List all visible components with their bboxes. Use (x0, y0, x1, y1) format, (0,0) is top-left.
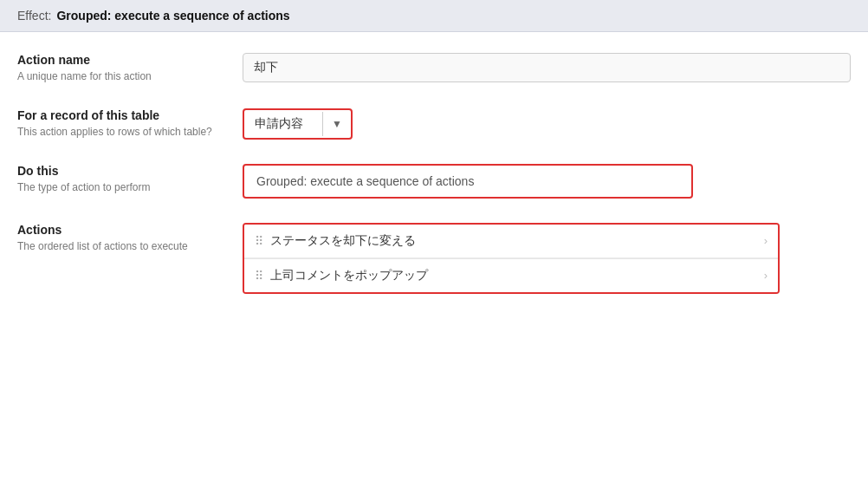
effect-label: Effect: (17, 9, 51, 23)
list-item: ⠿ ステータスを却下に変える › (244, 225, 778, 258)
do-this-label-col: Do this The type of action to perform (17, 164, 243, 195)
actions-control: ⠿ ステータスを却下に変える › ⠿ 上司コメントをポップアップ › (243, 223, 851, 294)
actions-label: Actions (17, 223, 225, 237)
actions-label-col: Actions The ordered list of actions to e… (17, 223, 243, 254)
action-name-control (243, 53, 851, 82)
do-this-value[interactable]: Grouped: execute a sequence of actions (243, 164, 693, 199)
do-this-sublabel: The type of action to perform (17, 180, 225, 195)
form-content: Action name A unique name for this actio… (0, 32, 868, 336)
record-table-label-col: For a record of this table This action a… (17, 108, 243, 140)
drag-handle-icon[interactable]: ⠿ (255, 269, 262, 283)
do-this-row: Do this The type of action to perform Gr… (17, 164, 851, 199)
do-this-control: Grouped: execute a sequence of actions (243, 164, 851, 199)
action-name-label: Action name (17, 53, 225, 67)
record-table-sublabel: This action applies to rows of which tab… (17, 125, 225, 140)
header-bar: Effect: Grouped: execute a sequence of a… (0, 0, 868, 32)
record-table-row: For a record of this table This action a… (17, 108, 851, 140)
actions-sublabel: The ordered list of actions to execute (17, 239, 225, 254)
record-table-label: For a record of this table (17, 108, 225, 122)
chevron-right-icon: › (764, 269, 768, 282)
list-item: ⠿ 上司コメントをポップアップ › (244, 259, 778, 292)
actions-row: Actions The ordered list of actions to e… (17, 223, 851, 294)
effect-title: Grouped: execute a sequence of actions (56, 9, 289, 23)
record-table-value: 申請内容 (244, 110, 322, 138)
action-name-sublabel: A unique name for this action (17, 69, 225, 84)
action-item-text: ステータスを却下に変える (270, 233, 755, 249)
action-name-input[interactable] (243, 53, 851, 82)
actions-list: ⠿ ステータスを却下に変える › ⠿ 上司コメントをポップアップ › (243, 223, 780, 294)
do-this-label: Do this (17, 164, 225, 178)
action-name-row: Action name A unique name for this actio… (17, 53, 851, 84)
chevron-right-icon: › (764, 234, 768, 247)
record-table-arrow[interactable]: ▼ (322, 112, 351, 136)
action-name-label-col: Action name A unique name for this actio… (17, 53, 243, 84)
drag-handle-icon[interactable]: ⠿ (255, 234, 262, 248)
record-table-select[interactable]: 申請内容 ▼ (243, 108, 353, 140)
record-table-control: 申請内容 ▼ (243, 108, 851, 140)
action-item-text: 上司コメントをポップアップ (270, 268, 755, 284)
